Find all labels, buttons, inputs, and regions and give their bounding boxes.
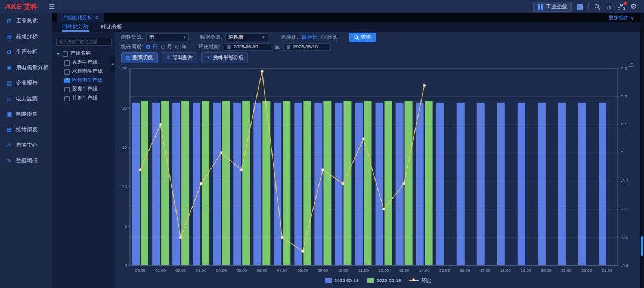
sidebar-item-data-entry[interactable]: ✎ 数据填报 <box>0 153 52 168</box>
legend-swatch <box>325 278 332 283</box>
query-button[interactable]: 查询 <box>349 33 376 42</box>
data-type-value: 消耗量 <box>228 34 244 41</box>
sidebar-item-power-monitor[interactable]: ◫ 电力监测 <box>0 91 52 106</box>
svg-text:20: 20 <box>122 106 127 111</box>
svg-text:03:00: 03:00 <box>196 268 206 272</box>
tree-collapse-handle[interactable]: ☰ <box>110 57 115 72</box>
enterprise-button-label: 工业企业 <box>546 3 567 11</box>
radio-month[interactable]: 月 <box>161 44 172 51</box>
ratio-time-label: 环比时间: <box>199 44 220 51</box>
energy-analysis-icon: ▥ <box>6 33 13 40</box>
radio-day[interactable]: 日 <box>146 44 157 51</box>
apps-grid-icon[interactable] <box>577 4 583 10</box>
tree-node-capsule-line[interactable]: 胶囊生产线 <box>56 85 112 94</box>
radio-label: 环比 <box>308 34 318 41</box>
chevron-down-icon: ▼ <box>262 36 265 39</box>
export-icon: ↥ <box>166 55 171 60</box>
tab-bar: 产线能耗分析 ⊙ 更多操作 ∨ <box>52 13 644 22</box>
date-input-start[interactable]: ▦ 2025-05-19 <box>224 43 271 51</box>
tree-root-checkbox[interactable] <box>63 51 68 57</box>
tab-close-icon[interactable]: ⊙ <box>95 15 99 20</box>
svg-text:0.2: 0.2 <box>621 94 627 100</box>
report-chart-icon[interactable] <box>606 4 612 10</box>
sidebar-item-label: 电能质量 <box>16 110 38 118</box>
gear-icon[interactable]: ⚙ <box>630 4 637 10</box>
svg-text:18:00: 18:00 <box>500 268 511 272</box>
page-scrollbar <box>640 13 644 288</box>
logo-text-en: AKE <box>5 2 22 11</box>
sidebar-item-production-analysis[interactable]: ⚙ 生产分析 <box>0 44 52 60</box>
radio-label: 月 <box>167 44 172 51</box>
data-type-select[interactable]: 消耗量 ▼ <box>225 33 268 41</box>
svg-text:13:00: 13:00 <box>399 268 410 272</box>
tree-root-node[interactable]: ▼ 产线名称 <box>56 49 112 58</box>
svg-text:06:00: 06:00 <box>257 268 268 272</box>
sidebar-item-demand-analysis[interactable]: ◉ 用电需量分析 <box>0 60 52 75</box>
legend-item[interactable]: 环比 <box>409 277 431 284</box>
alarm-icon: ⚠ <box>6 142 13 148</box>
demand-analysis-icon: ◉ <box>6 64 13 71</box>
radio-year[interactable]: 年 <box>175 44 187 51</box>
svg-text:10:00: 10:00 <box>338 268 349 272</box>
tree-node-tablet-line[interactable]: 片剂生产线 <box>56 94 112 103</box>
caret-down-icon[interactable]: ▼ <box>56 52 60 56</box>
date-input-end[interactable]: ▦ 2025-05-18 <box>283 43 331 51</box>
svg-text:-0.2: -0.2 <box>621 206 628 212</box>
sidebar-item-power-quality[interactable]: ▣ 电能质量 <box>0 106 52 122</box>
tree-node-checkbox[interactable] <box>64 96 70 101</box>
filter-row-2: 统计周期: 日 月 年 环比时间: ▦ 2025-05-19 至 ▦ 2025-… <box>121 43 640 51</box>
chart-switch-icon: ▥ <box>126 55 131 60</box>
energy-type-select[interactable]: 电 ▼ <box>146 33 189 41</box>
sidebar-item-enterprise-report[interactable]: ▤ 企业报告 <box>0 75 52 91</box>
tree-node-checkbox[interactable] <box>64 69 70 75</box>
sidebar-item-statistics[interactable]: ▦ 统计报表 <box>0 122 52 137</box>
svg-text:12:00: 12:00 <box>379 268 389 272</box>
legend-item[interactable]: 2025-05-19 <box>367 278 401 283</box>
radio-yoy[interactable]: 同比 <box>321 34 338 41</box>
hamburger-icon[interactable]: ☰ <box>49 3 55 11</box>
overview-icon: ⊞ <box>6 18 13 24</box>
more-actions-button[interactable]: 更多操作 ∨ <box>609 14 634 21</box>
search-icon[interactable] <box>594 4 600 10</box>
tree-root-label: 产线名称 <box>70 50 91 57</box>
tree-node-checkbox[interactable] <box>64 60 70 66</box>
sidebar-item-label: 能耗分析 <box>16 33 38 41</box>
logo: AKE 艾科 <box>0 2 47 12</box>
tree-node-checkbox[interactable] <box>64 87 70 92</box>
svg-text:15: 15 <box>122 145 127 150</box>
svg-text:-0.1: -0.1 <box>621 178 628 184</box>
legend-label: 2025-05-18 <box>335 278 359 283</box>
enterprise-button[interactable]: 工业企业 <box>533 2 572 12</box>
svg-text:25: 25 <box>122 66 127 72</box>
legend-item[interactable]: 2025-05-18 <box>325 278 359 283</box>
legend-label: 2025-05-19 <box>377 278 401 283</box>
legend-label: 环比 <box>421 277 431 284</box>
tree-node-checkbox-checked[interactable] <box>64 78 70 83</box>
sidebar-item-energy-analysis[interactable]: ▥ 能耗分析 <box>0 29 52 44</box>
tab-production-line-energy[interactable]: 产线能耗分析 ⊙ <box>57 13 104 22</box>
sidebar-item-alarm-center[interactable]: ⚠ 告警中心 <box>0 137 52 153</box>
tree-node-label: 片剂生产线 <box>72 95 98 102</box>
tree-node-water-injection-line[interactable]: 水针剂生产线 <box>56 67 112 76</box>
data-entry-icon: ✎ <box>6 157 13 164</box>
tree-node-powder-injection-line[interactable]: 粉针剂生产线 <box>56 76 112 85</box>
sidebar: ⊞ 工业总览 ▥ 能耗分析 ⚙ 生产分析 ◉ 用电需量分析 ▤ 企业报告 ◫ 电… <box>0 13 52 288</box>
svg-text:19:00: 19:00 <box>521 268 531 272</box>
energy-type-value: 电 <box>149 34 154 41</box>
svg-text:0.1: 0.1 <box>621 122 627 128</box>
sidebar-item-label: 统计报表 <box>16 126 38 134</box>
button-label: 尖峰平谷分析 <box>213 54 243 61</box>
radio-mom[interactable]: 环比 <box>302 34 318 41</box>
production-analysis-icon: ⚙ <box>6 49 13 55</box>
tree-search-input[interactable] <box>56 38 112 46</box>
date-end-value: 2025-05-18 <box>293 44 318 49</box>
org-icon[interactable] <box>618 4 625 10</box>
legend-line-marker <box>409 278 419 283</box>
subtab-ratio-analysis[interactable]: 同环比分析 <box>62 22 89 32</box>
tree-node-pill-line[interactable]: 丸剂生产线 <box>56 58 112 67</box>
page-scrollbar-thumb[interactable] <box>641 236 643 256</box>
filter-row-3: ▥ 图表切换 ↥ 导出图片 ▼ 尖峰平谷分析 <box>121 54 640 61</box>
subtab-compare-analysis[interactable]: 对比分析 <box>101 22 122 32</box>
search-icon <box>354 35 359 40</box>
sidebar-item-overview[interactable]: ⊞ 工业总览 <box>0 13 52 29</box>
